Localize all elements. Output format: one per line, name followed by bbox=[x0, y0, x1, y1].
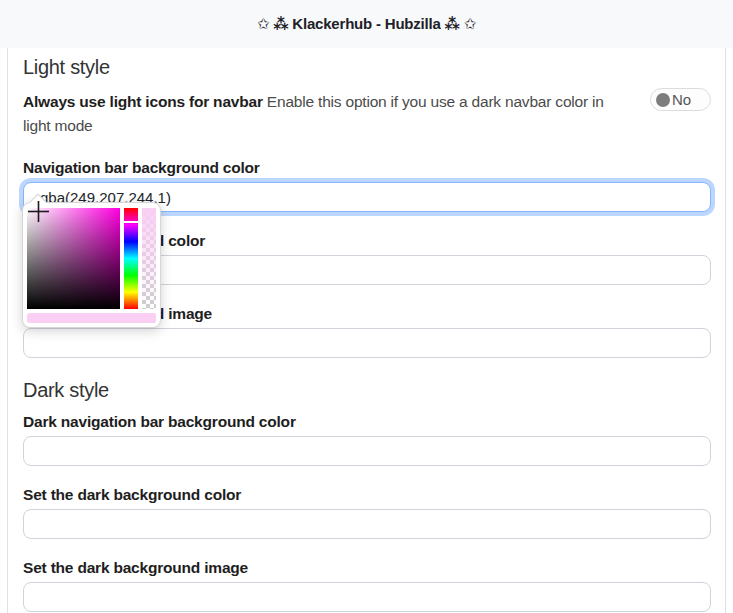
top-navbar: ✩ ⁂ Klackerhub - Hubzilla ⁂ ✩ bbox=[0, 0, 733, 48]
toggle-state-label: No bbox=[672, 88, 691, 111]
bg-image-input[interactable] bbox=[23, 328, 711, 358]
site-title: ✩ ⁂ Klackerhub - Hubzilla ⁂ ✩ bbox=[257, 15, 476, 33]
saturation-brightness-square[interactable] bbox=[27, 208, 120, 309]
color-preview-fill bbox=[27, 313, 156, 323]
dark-bg-color-group: Set the dark background color bbox=[23, 486, 711, 539]
color-picker bbox=[22, 202, 161, 328]
light-icons-setting-row: Always use light icons for navbar Enable… bbox=[23, 90, 711, 138]
dark-bg-image-input[interactable] bbox=[23, 582, 711, 612]
color-preview-bar bbox=[27, 313, 156, 323]
toggle-knob-icon bbox=[656, 93, 670, 107]
dark-bg-image-label: Set the dark background image bbox=[23, 559, 711, 577]
navbar-bg-color-label: Navigation bar background color bbox=[23, 159, 711, 177]
dark-navbar-bg-color-input[interactable] bbox=[23, 436, 711, 466]
alpha-slider[interactable] bbox=[142, 208, 156, 309]
theme-settings-panel: Light style Always use light icons for n… bbox=[7, 48, 726, 613]
light-icons-label: Always use light icons for navbar bbox=[23, 93, 263, 110]
light-style-heading: Light style bbox=[23, 55, 711, 79]
alpha-gradient bbox=[142, 208, 156, 309]
hue-slider[interactable] bbox=[124, 208, 138, 309]
dark-style-heading: Dark style bbox=[23, 378, 711, 402]
dark-bg-color-label: Set the dark background color bbox=[23, 486, 711, 504]
hue-indicator[interactable] bbox=[124, 221, 138, 223]
dark-bg-image-group: Set the dark background image bbox=[23, 559, 711, 612]
dark-navbar-bg-color-label: Dark navigation bar background color bbox=[23, 413, 711, 431]
dark-navbar-bg-color-group: Dark navigation bar background color bbox=[23, 413, 711, 466]
light-icons-toggle[interactable]: No bbox=[650, 88, 711, 111]
dark-bg-color-input[interactable] bbox=[23, 509, 711, 539]
